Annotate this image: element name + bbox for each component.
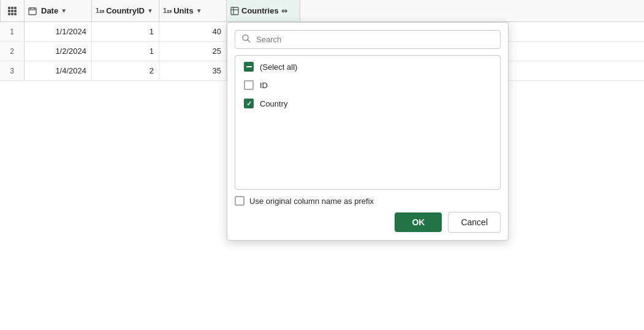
table-area: Date ▼ 1₂₃ CountryID ▼ 1₂₃ Units ▼ Count… <box>0 0 644 330</box>
cell-countryid-2: 1 <box>92 42 159 61</box>
svg-rect-9 <box>29 8 36 15</box>
cell-countryid-3: 2 <box>92 61 159 80</box>
svg-rect-1 <box>11 7 13 9</box>
units-label: Units <box>173 6 194 15</box>
row-num-3: 3 <box>0 61 25 80</box>
ok-button[interactable]: OK <box>395 212 442 232</box>
expand-columns-dropdown: (Select all) ID Country Use original col… <box>227 22 509 241</box>
countryid-dropdown-arrow[interactable]: ▼ <box>147 7 153 14</box>
svg-rect-13 <box>231 7 238 15</box>
country-label: Country <box>260 99 288 108</box>
checkbox-list: (Select all) ID Country <box>235 55 501 190</box>
row-num-2: 2 <box>0 42 25 61</box>
units-dropdown-arrow[interactable]: ▼ <box>196 7 202 14</box>
country-checkbox[interactable] <box>244 99 254 108</box>
col-header-countryid[interactable]: 1₂₃ CountryID ▼ <box>92 0 159 21</box>
svg-rect-8 <box>14 13 17 15</box>
svg-rect-2 <box>14 7 17 9</box>
svg-rect-0 <box>8 7 10 9</box>
date-label: Date <box>41 6 58 15</box>
countryid-type-icon: 1₂₃ <box>96 7 104 15</box>
countries-table-icon <box>230 7 239 15</box>
svg-line-17 <box>248 40 250 42</box>
col-header-countries[interactable]: Countries ⇔ <box>227 0 300 21</box>
svg-rect-5 <box>14 10 17 12</box>
checkbox-item-id[interactable]: ID <box>244 80 491 90</box>
svg-rect-4 <box>11 10 13 12</box>
countries-expand-icon[interactable]: ⇔ <box>281 7 287 15</box>
cell-units-1: 40 <box>159 22 227 41</box>
cell-units-2: 25 <box>159 42 227 61</box>
search-icon <box>241 34 251 45</box>
prefix-row[interactable]: Use original column name as prefix <box>235 196 501 206</box>
svg-rect-7 <box>11 13 13 15</box>
countryid-label: CountryID <box>106 6 145 15</box>
id-label: ID <box>260 81 268 90</box>
prefix-checkbox[interactable] <box>235 196 244 206</box>
units-type-icon: 1₂₃ <box>163 7 172 15</box>
id-checkbox[interactable] <box>244 80 254 90</box>
prefix-label: Use original column name as prefix <box>249 197 374 206</box>
cell-date-3: 1/4/2024 <box>25 61 92 80</box>
countries-label: Countries <box>241 6 279 15</box>
select-all-checkbox[interactable] <box>244 62 254 72</box>
checkbox-item-country[interactable]: Country <box>244 99 491 108</box>
cell-units-3: 35 <box>159 61 227 80</box>
cell-date-2: 1/2/2024 <box>25 42 92 61</box>
select-all-label: (Select all) <box>260 62 297 72</box>
cell-countryid-1: 1 <box>92 22 159 41</box>
grid-icon <box>7 6 17 16</box>
date-dropdown-arrow[interactable]: ▼ <box>61 7 67 14</box>
row-num-1: 1 <box>0 22 25 41</box>
svg-rect-3 <box>8 10 10 12</box>
checkbox-item-select-all[interactable]: (Select all) <box>244 62 491 72</box>
cell-date-1: 1/1/2024 <box>25 22 92 41</box>
button-row: OK Cancel <box>235 212 501 233</box>
svg-rect-6 <box>8 13 10 15</box>
date-type-icon <box>28 6 39 15</box>
cancel-button[interactable]: Cancel <box>448 212 501 233</box>
search-input[interactable] <box>256 35 494 44</box>
search-box[interactable] <box>235 30 501 49</box>
col-header-units[interactable]: 1₂₃ Units ▼ <box>159 0 227 21</box>
col-header-date[interactable]: Date ▼ <box>25 0 92 21</box>
col-header-grid[interactable] <box>0 0 25 21</box>
table-header: Date ▼ 1₂₃ CountryID ▼ 1₂₃ Units ▼ Count… <box>0 0 644 22</box>
